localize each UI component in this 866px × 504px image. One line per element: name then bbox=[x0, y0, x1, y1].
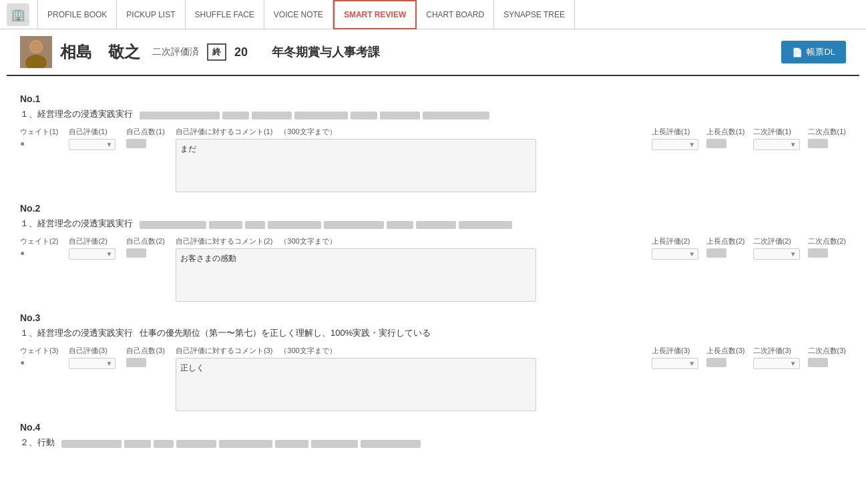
self-score-3-value bbox=[126, 358, 146, 367]
weight-2-value: ● bbox=[20, 248, 58, 258]
chevron-down-icon-3: ▼ bbox=[790, 141, 797, 148]
manager-score-1-col: 上長点数(1) bbox=[706, 127, 744, 148]
blurred-text-4g bbox=[311, 440, 358, 448]
self-eval-1-select[interactable]: ▼ bbox=[69, 139, 116, 150]
nav-chart-board[interactable]: CHART BOARD bbox=[417, 0, 494, 29]
self-score-3-label: 自己点数(3) bbox=[126, 346, 164, 356]
nav-synapse-tree[interactable]: SYNAPSE TREE bbox=[494, 0, 575, 29]
second-score-2-value bbox=[808, 248, 828, 258]
svg-point-3 bbox=[30, 41, 42, 53]
person-name: 相島 敬之 bbox=[60, 41, 140, 63]
manager-eval-2-col: 上長評価(2) ▼ bbox=[652, 236, 698, 260]
blurred-text-2c bbox=[245, 221, 265, 229]
blurred-text-1d bbox=[294, 111, 348, 119]
comment-3-textarea[interactable] bbox=[176, 358, 536, 411]
manager-score-3-col: 上長点数(3) bbox=[706, 346, 744, 367]
section-3-form-row: ウェイト(3) ● 自己評価(3) ▼ 自己点数(3) 自己評価に対するコメント… bbox=[20, 346, 846, 411]
nav-items: PROFILE BOOK PICKUP LIST SHUFFLE FACE VO… bbox=[37, 0, 575, 29]
nav-voice-note[interactable]: VOICE NOTE bbox=[264, 0, 333, 29]
manager-eval-3-select[interactable]: ▼ bbox=[652, 358, 698, 369]
comment-1-textarea[interactable] bbox=[176, 139, 536, 192]
blurred-text-2g bbox=[416, 221, 456, 229]
second-eval-1-label: 二次評価(1) bbox=[753, 127, 800, 137]
term-badge: 終 bbox=[207, 43, 226, 61]
second-score-3-label: 二次点数(3) bbox=[808, 346, 846, 356]
blurred-text-4d bbox=[176, 440, 216, 448]
weight-3-value: ● bbox=[20, 358, 58, 367]
chevron-down-icon-4: ▼ bbox=[106, 250, 113, 258]
blurred-text-2e bbox=[324, 221, 384, 229]
manager-score-2-col: 上長点数(2) bbox=[706, 236, 744, 258]
section-2-right-fields: 上長評価(2) ▼ 上長点数(2) 二次評価(2) ▼ bbox=[652, 236, 846, 260]
second-score-1-col: 二次点数(1) bbox=[808, 127, 846, 148]
manager-eval-1-select[interactable]: ▼ bbox=[652, 139, 698, 150]
self-eval-2-label: 自己評価(2) bbox=[69, 236, 116, 246]
blurred-text-4b bbox=[124, 440, 151, 448]
comment-2-textarea[interactable] bbox=[176, 248, 536, 302]
page-header: 相島 敬之 二次評価済 終 20 年冬期賞与人事考課 📄 帳票DL bbox=[7, 29, 859, 76]
chevron-down-icon-6: ▼ bbox=[790, 250, 797, 258]
self-eval-3-select[interactable]: ▼ bbox=[69, 358, 116, 369]
comment-2-label: 自己評価に対するコメント(2) （300文字まで） bbox=[176, 236, 536, 246]
manager-eval-3-label: 上長評価(3) bbox=[652, 346, 698, 356]
manager-score-2-label: 上長点数(2) bbox=[706, 236, 744, 246]
section-3-title: １、経営理念の浸透実践実行 bbox=[20, 327, 133, 339]
chevron-down-icon-2: ▼ bbox=[688, 141, 695, 148]
section-2-form-row: ウェイト(2) ● 自己評価(2) ▼ 自己点数(2) 自己評価に対するコメント… bbox=[20, 236, 846, 302]
section-2-title: １、経営理念の浸透実践実行 bbox=[20, 218, 133, 230]
weight-2-col: ウェイト(2) ● bbox=[20, 236, 58, 258]
header-left: 相島 敬之 二次評価済 終 20 年冬期賞与人事考課 bbox=[20, 36, 380, 68]
second-eval-1-select[interactable]: ▼ bbox=[753, 139, 800, 150]
section-4: No.4 ２、行動 bbox=[20, 422, 846, 451]
blurred-text-4c bbox=[154, 440, 174, 448]
nav-profile-book[interactable]: PROFILE BOOK bbox=[37, 0, 117, 29]
manager-eval-2-select[interactable]: ▼ bbox=[652, 248, 698, 260]
download-button[interactable]: 📄 帳票DL bbox=[781, 41, 846, 63]
blurred-text-2a bbox=[140, 221, 206, 229]
second-eval-2-select[interactable]: ▼ bbox=[753, 248, 800, 260]
second-score-2-label: 二次点数(2) bbox=[808, 236, 846, 246]
weight-2-label: ウェイト(2) bbox=[20, 236, 58, 246]
nav-smart-review[interactable]: SMART REVIEW bbox=[333, 0, 417, 29]
second-eval-1-col: 二次評価(1) ▼ bbox=[753, 127, 800, 150]
section-2-number: No.2 bbox=[20, 203, 846, 214]
section-3-number: No.3 bbox=[20, 312, 846, 323]
second-score-3-col: 二次点数(3) bbox=[808, 346, 846, 367]
comment-1-col: 自己評価に対するコメント(1) （300文字まで） bbox=[176, 127, 536, 192]
document-icon: 📄 bbox=[792, 47, 803, 57]
second-eval-3-select[interactable]: ▼ bbox=[753, 358, 800, 369]
blurred-text-4h bbox=[361, 440, 421, 448]
self-eval-2-select[interactable]: ▼ bbox=[69, 248, 116, 260]
section-3-right-fields: 上長評価(3) ▼ 上長点数(3) 二次評価(3) ▼ bbox=[652, 346, 846, 369]
second-score-3-value bbox=[808, 358, 828, 367]
manager-score-1-label: 上長点数(1) bbox=[706, 127, 744, 137]
manager-eval-1-col: 上長評価(1) ▼ bbox=[652, 127, 698, 150]
blurred-text-1f bbox=[380, 111, 420, 119]
section-3: No.3 １、経営理念の浸透実践実行 仕事の優先順位（第一〜第七）を正しく理解し… bbox=[20, 312, 846, 411]
term-text: 20 年冬期賞与人事考課 bbox=[234, 44, 380, 60]
blurred-text-2h bbox=[459, 221, 512, 229]
self-score-2-label: 自己点数(2) bbox=[126, 236, 164, 246]
section-3-title-detail: 仕事の優先順位（第一〜第七）を正しく理解し、100%実践・実行している bbox=[140, 327, 431, 339]
self-score-1-col: 自己点数(1) bbox=[126, 127, 164, 148]
self-score-1-label: 自己点数(1) bbox=[126, 127, 164, 137]
blurred-text-1c bbox=[252, 111, 292, 119]
manager-eval-2-label: 上長評価(2) bbox=[652, 236, 698, 246]
second-score-2-col: 二次点数(2) bbox=[808, 236, 846, 258]
second-score-1-label: 二次点数(1) bbox=[808, 127, 846, 137]
second-eval-2-label: 二次評価(2) bbox=[753, 236, 800, 246]
blurred-text-2d bbox=[268, 221, 321, 229]
dl-button-label: 帳票DL bbox=[807, 46, 835, 58]
nav-shuffle-face[interactable]: SHUFFLE FACE bbox=[186, 0, 264, 29]
blurred-text-2b bbox=[209, 221, 242, 229]
blurred-text-1e bbox=[351, 111, 377, 119]
nav-pickup-list[interactable]: PICKUP LIST bbox=[117, 0, 185, 29]
chevron-down-icon-7: ▼ bbox=[106, 360, 113, 367]
chevron-down-icon-5: ▼ bbox=[688, 250, 695, 258]
self-score-1-value bbox=[126, 139, 146, 148]
section-4-number: No.4 bbox=[20, 422, 846, 433]
section-1-form-row: ウェイト(1) ● 自己評価(1) ▼ 自己点数(1) 自己評価に対するコメント… bbox=[20, 127, 846, 192]
self-eval-1-col: 自己評価(1) ▼ bbox=[69, 127, 116, 150]
weight-3-label: ウェイト(3) bbox=[20, 346, 58, 356]
blurred-text-1b bbox=[222, 111, 249, 119]
